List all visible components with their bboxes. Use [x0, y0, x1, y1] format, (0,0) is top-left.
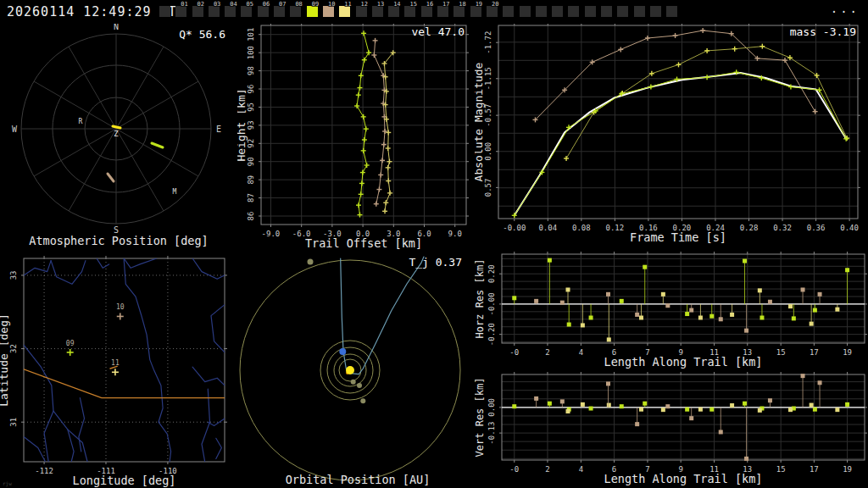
event-slot-label: 04: [230, 1, 236, 8]
river-line: [24, 345, 53, 462]
event-slot-15[interactable]: 15: [404, 6, 415, 17]
event-slot-label: 15: [409, 1, 416, 8]
residual-marker: [639, 408, 643, 412]
x-tick-label: 17: [810, 348, 819, 357]
river-line: [192, 258, 225, 279]
residual-marker: [719, 317, 723, 321]
app-root: { "header": { "timestamp": "20260114 12:…: [0, 0, 868, 488]
annotation: vel 47.0: [411, 25, 465, 38]
event-slot-label: 14: [393, 1, 400, 8]
residual-marker: [698, 316, 703, 320]
residual-marker: [620, 299, 624, 303]
planet-dot-mars: [360, 398, 365, 403]
event-slot-01[interactable]: 01: [175, 6, 186, 17]
river-line: [97, 258, 109, 268]
residual-marker: [810, 403, 814, 408]
x-tick-label: -0: [509, 465, 519, 474]
residual-marker: [635, 422, 639, 426]
event-slot-17[interactable]: 17: [437, 6, 448, 17]
x-tick-label: 0.36: [807, 224, 826, 232]
event-slot-13[interactable]: 13: [372, 6, 383, 17]
residual-marker: [689, 416, 693, 420]
event-slot-14[interactable]: 14: [388, 6, 399, 17]
event-slot-18[interactable]: 18: [453, 6, 465, 17]
event-slot-05[interactable]: 05: [241, 6, 252, 17]
event-slot-label: 10: [328, 1, 335, 8]
zenith-label: Z: [114, 130, 119, 138]
event-slot-11[interactable]: 11: [339, 6, 350, 17]
watermark: rjw: [3, 480, 12, 486]
residual-marker: [512, 296, 516, 300]
y-tick-label: 96: [247, 85, 255, 94]
event-slot-blank[interactable]: [585, 6, 596, 17]
event-slot-blank[interactable]: [503, 6, 514, 17]
planet-dot-earth: [339, 348, 346, 355]
event-slot-04[interactable]: 04: [225, 6, 236, 17]
site-direction-label: M: [173, 188, 177, 196]
event-slot-blank[interactable]: [666, 6, 677, 17]
residual-marker: [744, 457, 748, 461]
residual-marker: [818, 292, 822, 297]
event-slot-20[interactable]: 20: [487, 6, 498, 17]
residual-marker: [719, 430, 723, 434]
event-slot-blank[interactable]: [568, 6, 579, 17]
river-line: [124, 258, 157, 268]
y-axis-title: Horz Res [km]: [475, 259, 486, 339]
event-slot-03[interactable]: 03: [209, 6, 220, 17]
residual-marker: [589, 407, 593, 411]
event-slot-07[interactable]: 07: [274, 6, 285, 17]
residual-marker: [685, 408, 689, 412]
event-slot-16[interactable]: 16: [421, 6, 432, 17]
y-tick-label: 31: [9, 418, 18, 427]
y-tick-label: 32: [9, 344, 18, 353]
residual-marker: [758, 288, 762, 292]
residual-marker: [548, 402, 552, 406]
y-axis-title: Vert Res [km]: [475, 378, 486, 458]
event-slot-blank[interactable]: [650, 6, 661, 17]
event-slot-09[interactable]: 09: [307, 6, 318, 17]
residual-marker: [665, 303, 670, 308]
planet-dot-jupiter: [308, 259, 314, 265]
plot-frame: [502, 374, 865, 460]
event-slot-10[interactable]: 10: [323, 6, 334, 17]
residual-marker: [534, 396, 538, 401]
panel-horz-residuals: -02467911131517190.20-0.00-0.20Length Al…: [475, 250, 868, 369]
x-axis-title: Frame Time [s]: [630, 230, 726, 244]
residual-marker: [813, 408, 817, 412]
compass-north-label: N: [114, 24, 119, 31]
station-label: 11: [111, 359, 120, 367]
annotation: mass -3.19: [790, 25, 856, 38]
residual-marker: [620, 404, 624, 408]
residual-marker: [818, 380, 822, 385]
series-line-site-10: [536, 30, 815, 119]
menu-ellipsis-button[interactable]: ...: [829, 0, 861, 17]
event-slot-label: 01: [181, 1, 187, 8]
event-slot-06[interactable]: 06: [258, 6, 269, 17]
event-slot-12[interactable]: 12: [356, 6, 367, 17]
event-slot-02[interactable]: 02: [192, 6, 203, 17]
panel-orbital-position: T_j 0.37Orbital Position [AU]: [237, 250, 475, 488]
panel-vert-residuals: -02467911131517190.00-0.13Length Along T…: [475, 369, 868, 488]
event-slot-blank[interactable]: [159, 6, 170, 17]
event-slot-label: 13: [377, 1, 384, 8]
event-slot-19[interactable]: 19: [470, 6, 481, 17]
event-slot-blank[interactable]: [552, 6, 563, 17]
event-slot-blank[interactable]: [634, 6, 645, 17]
residual-marker: [801, 374, 805, 378]
residual-marker: [845, 268, 849, 272]
residual-marker: [512, 404, 516, 408]
map-features: [24, 258, 225, 462]
event-slot-blank[interactable]: [536, 6, 547, 17]
series-line-site-09: [515, 72, 846, 215]
event-slot-blank[interactable]: [617, 6, 628, 17]
y-tick-label: 93: [247, 120, 255, 130]
x-tick-label: 19: [843, 465, 852, 474]
event-slot-08[interactable]: 08: [290, 6, 301, 17]
event-slot-blank[interactable]: [601, 6, 612, 17]
y-tick-label: -0.57: [484, 104, 492, 127]
river-line: [192, 367, 225, 385]
meteor-streak: [113, 126, 120, 128]
polar-spoke: [34, 81, 116, 129]
event-slot-label: 17: [442, 1, 449, 8]
event-slot-blank[interactable]: [520, 6, 531, 17]
